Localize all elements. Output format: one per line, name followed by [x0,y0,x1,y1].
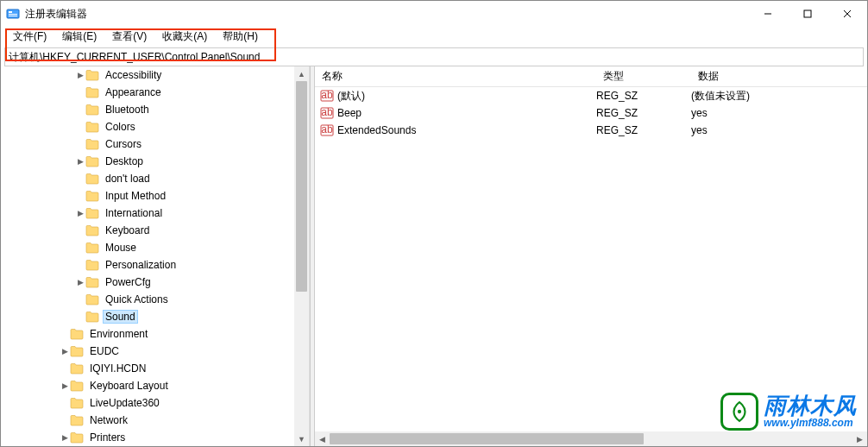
hscroll-track[interactable] [330,431,852,446]
svg-text:ab: ab [321,123,333,135]
value-type: REG_SZ [596,107,691,119]
tree-item-label: IQIYI.HCDN [87,362,148,375]
tree-item[interactable]: ▶Cursors [6,135,309,153]
menu-file[interactable]: 文件(F) [6,28,53,46]
svg-line-7 [844,10,851,17]
tree-item-label: Bluetooth [103,103,152,116]
tree-item[interactable]: ▶Quick Actions [6,291,309,308]
details-hscrollbar[interactable]: ◀ ▶ [315,431,867,446]
menu-view[interactable]: 查看(V) [105,28,154,46]
scroll-thumb[interactable] [296,81,307,292]
tree-item[interactable]: ▶International [6,205,309,222]
window-buttons [748,1,867,27]
address-bar[interactable]: 计算机\HKEY_CURRENT_USER\Control Panel\Soun… [4,47,864,66]
tree-item-label: Mouse [103,241,139,255]
scroll-down-button[interactable]: ▼ [294,431,309,446]
close-button[interactable] [827,1,867,27]
tree-item[interactable]: ▶EUDC [6,343,309,360]
folder-icon [85,311,99,323]
value-name-cell: abExtendedSounds [315,123,596,137]
tree-item[interactable]: ▶Network [6,412,309,429]
value-row[interactable]: ab(默认)REG_SZ(数值未设置) [315,87,867,104]
tree-item-label: Environment [87,327,150,341]
maximize-button[interactable] [788,1,827,27]
tree-item[interactable]: ▶Bluetooth [6,101,309,118]
hscroll-left-button[interactable]: ◀ [315,431,330,446]
details-body[interactable]: ab(默认)REG_SZ(数值未设置)abBeepREG_SZyesabExte… [315,87,867,431]
folder-icon [70,328,84,340]
hscroll-thumb[interactable] [330,433,644,444]
tree-item-label: Cursors [103,137,144,151]
tree-item[interactable]: ▶Colors [6,118,309,135]
value-row[interactable]: abExtendedSoundsREG_SZyes [315,122,867,139]
folder-icon [85,138,99,150]
tree-item[interactable]: ▶Input Method [6,187,309,205]
tree-item[interactable]: ▶Desktop [6,153,309,170]
tree-item[interactable]: ▶Printers [6,429,309,446]
tree-item[interactable]: ▶Appearance [6,84,309,101]
string-value-icon: ab [320,89,334,103]
tree-item[interactable]: ▶PowerCfg [6,274,309,291]
tree-item[interactable]: ▶Accessibility [6,66,309,84]
col-type[interactable]: 类型 [596,69,691,84]
scroll-track[interactable] [294,81,309,431]
tree-expander-icon[interactable]: ▶ [60,343,70,360]
value-type: REG_SZ [596,124,691,136]
tree-expander-icon[interactable]: ▶ [75,153,85,170]
svg-line-6 [844,10,851,17]
folder-icon [85,69,99,81]
value-type: REG_SZ [596,90,691,102]
tree-item[interactable]: ▶don't load [6,170,309,187]
tree-scrollbar[interactable]: ▲ ▼ [294,66,309,446]
col-name[interactable]: 名称 [315,69,596,84]
svg-text:ab: ab [321,106,333,118]
tree-expander-icon[interactable]: ▶ [60,377,70,394]
svg-rect-5 [804,10,811,17]
folder-icon [85,207,99,219]
folder-icon [85,224,99,236]
tree-expander-icon[interactable]: ▶ [75,66,85,84]
tree-item[interactable]: ▶Keyboard [6,222,309,239]
tree-expander-icon[interactable]: ▶ [75,205,85,222]
address-path: 计算机\HKEY_CURRENT_USER\Control Panel\Soun… [9,50,260,65]
main-split: ▶Accessibility▶Appearance▶Bluetooth▶Colo… [1,66,867,446]
tree-item[interactable]: ▶Environment [6,325,309,343]
menu-help[interactable]: 帮助(H) [216,28,265,46]
window-title: 注册表编辑器 [25,7,748,22]
tree-expander-icon[interactable]: ▶ [75,274,85,291]
folder-icon [85,121,99,133]
svg-rect-3 [9,16,17,16]
menu-edit[interactable]: 编辑(E) [55,28,104,46]
scroll-up-button[interactable]: ▲ [294,66,309,81]
folder-icon [70,362,84,375]
string-value-icon: ab [320,106,334,120]
value-data: (数值未设置) [691,89,867,104]
value-data: yes [691,107,867,119]
value-row[interactable]: abBeepREG_SZyes [315,104,867,122]
tree-item-label: Colors [103,120,138,134]
titlebar: 注册表编辑器 [1,1,867,27]
tree-item[interactable]: ▶LiveUpdate360 [6,394,309,412]
details-header: 名称 类型 数据 [315,66,867,87]
folder-icon [70,431,84,444]
folder-icon [85,259,99,271]
folder-icon [85,190,99,202]
tree-item[interactable]: ▶Personalization [6,256,309,274]
folder-icon [85,155,99,167]
tree-item-label: Accessibility [103,68,164,82]
hscroll-right-button[interactable]: ▶ [852,431,867,446]
regedit-app-icon [6,7,20,21]
tree-item[interactable]: ▶Sound [6,308,309,325]
value-name: ExtendedSounds [337,124,416,136]
tree-expander-icon[interactable]: ▶ [60,429,70,446]
col-data[interactable]: 数据 [691,69,867,84]
tree-item-label: Printers [87,431,128,444]
menu-favorites[interactable]: 收藏夹(A) [155,28,214,46]
value-name: Beep [337,107,362,119]
minimize-button[interactable] [748,1,788,27]
tree-item-label: Personalization [103,258,179,272]
tree-item[interactable]: ▶Mouse [6,239,309,256]
tree-item[interactable]: ▶Keyboard Layout [6,377,309,394]
tree-item[interactable]: ▶IQIYI.HCDN [6,360,309,377]
tree-pane[interactable]: ▶Accessibility▶Appearance▶Bluetooth▶Colo… [6,66,310,446]
